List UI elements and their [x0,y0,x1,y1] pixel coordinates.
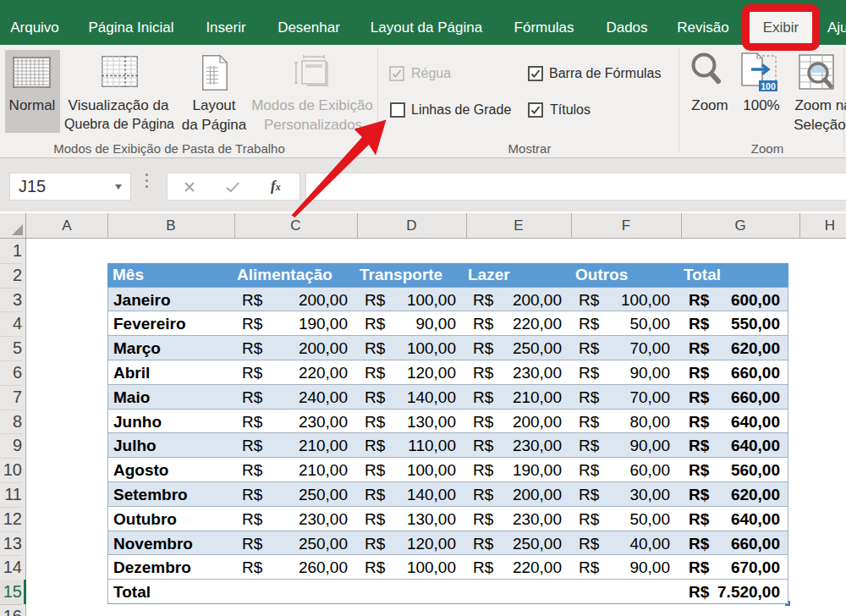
svg-text:100: 100 [761,81,776,91]
